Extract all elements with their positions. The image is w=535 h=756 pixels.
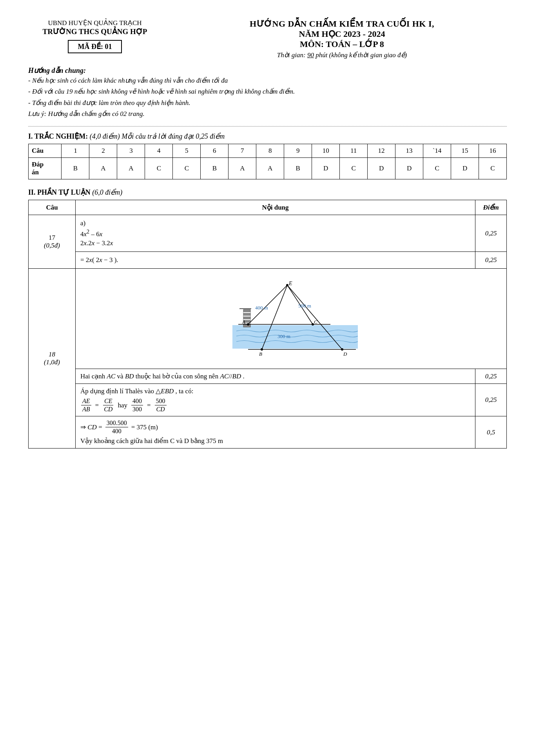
tn-ans-11: C bbox=[340, 158, 368, 179]
tn-header-row: Câu 1 2 3 4 5 6 7 8 9 10 11 12 13 `14 15… bbox=[29, 144, 507, 158]
tn-ans-4: C bbox=[145, 158, 173, 179]
tn-header-1: 1 bbox=[62, 144, 89, 158]
tl-section-title: II. PHẦN TỰ LUẬN (6,0 điểm) bbox=[28, 188, 507, 197]
tu-luan-table: Câu Nội dung Điểm 17 (0,5đ) a) 4x2 – 6x … bbox=[28, 200, 507, 449]
tn-section-title: I. TRẮC NGHIỆM: (4,0 điểm) Mỗi câu trả l… bbox=[28, 132, 507, 141]
frac-CE-CD: CE CD bbox=[103, 398, 114, 413]
tn-header-11: 11 bbox=[340, 144, 368, 158]
cau-17-diem: (0,5đ) bbox=[33, 242, 71, 250]
label-D: D bbox=[343, 351, 347, 357]
time-value: 90 bbox=[307, 51, 314, 59]
tn-ans-9: B bbox=[284, 158, 312, 179]
tn-ans-8: A bbox=[256, 158, 284, 179]
frac-AE-AB: AE AB bbox=[81, 398, 91, 413]
tn-header-6: 6 bbox=[201, 144, 229, 158]
cd-result-line: ⇒ CD = 300.500 400 = 375 (m) bbox=[80, 420, 470, 435]
cau-18-diagram-cell: E A C B D bbox=[76, 269, 507, 369]
label-E: E bbox=[288, 280, 292, 286]
tl-row-18-acbd: Hai cạnh AC và BD thuộc hai bờ của con s… bbox=[29, 369, 507, 384]
tl-col-cau: Câu bbox=[29, 200, 76, 215]
tn-dap-an-label: Đápán bbox=[29, 158, 62, 179]
thales-intro: Áp dụng định lí Thalès vào △EBD , ta có: bbox=[80, 387, 470, 395]
tl-col-noidung: Nội dung bbox=[76, 200, 475, 215]
cau-18-content-acbd: Hai cạnh AC và BD thuộc hai bờ của con s… bbox=[76, 369, 475, 384]
tn-header-12: 12 bbox=[368, 144, 395, 158]
cau-17-line-a: a) bbox=[80, 219, 470, 227]
cau-17-line-expr: 4x2 – 6x bbox=[80, 228, 470, 238]
frac-500-cd: 500 CD bbox=[155, 398, 167, 413]
tn-header-14: `14 bbox=[423, 144, 451, 158]
time-note: Thời gian: 90 phút (không kể thời gian g… bbox=[177, 51, 507, 59]
cau-17-diem-2: 0,25 bbox=[475, 252, 507, 269]
title-line1: HƯỚNG DẪN CHẤM KIỂM TRA CUỐI HK I, bbox=[177, 19, 507, 29]
tn-header-15: 15 bbox=[451, 144, 479, 158]
thales-formula: AE AB = CE CD hay 400 300 = 500 bbox=[80, 398, 470, 413]
tn-ans-10: D bbox=[312, 158, 340, 179]
tn-ans-1: B bbox=[62, 158, 89, 179]
tn-ans-12: D bbox=[368, 158, 395, 179]
exam-title: HƯỚNG DẪN CHẤM KIỂM TRA CUỐI HK I, NĂM H… bbox=[161, 19, 507, 59]
tn-header-3: 3 bbox=[117, 144, 145, 158]
tl-row-17-b: = 2x( 2x − 3 ). 0,25 bbox=[29, 252, 507, 269]
school-name: TRƯỜNG THCS QUẢNG HỢP bbox=[28, 27, 161, 36]
school-info: UBND HUYỆN QUẢNG TRẠCH TRƯỜNG THCS QUẢNG… bbox=[28, 19, 161, 53]
tn-ans-7: A bbox=[229, 158, 256, 179]
tl-header-row: Câu Nội dung Điểm bbox=[29, 200, 507, 215]
diagram-container: E A C B D bbox=[80, 274, 502, 362]
cau-18-content-result: ⇒ CD = 300.500 400 = 375 (m) Vậy khoảng … bbox=[76, 416, 475, 449]
arrow-symbol: ⇒ CD = bbox=[80, 423, 102, 431]
huong-dan-section: Hướng dẫn chung: - Nếu học sinh có cách … bbox=[28, 66, 507, 119]
tn-header-10: 10 bbox=[312, 144, 340, 158]
tn-header-5: 5 bbox=[173, 144, 201, 158]
cau-18-diem-acbd: 0,25 bbox=[475, 369, 507, 384]
cau-17-content-1: a) 4x2 – 6x 2x.2x − 3.2x bbox=[76, 215, 475, 252]
cau-18-label: 18 (1,0đ) bbox=[29, 269, 76, 449]
ma-de-box: MÃ ĐỀ: 01 bbox=[68, 40, 122, 53]
hd-line-3: - Tổng điểm bài thi được làm tròn theo q… bbox=[28, 98, 507, 108]
cau-18-content-thales: Áp dụng định lí Thalès vào △EBD , ta có:… bbox=[76, 384, 475, 416]
page-header: UBND HUYỆN QUẢNG TRẠCH TRƯỜNG THCS QUẢNG… bbox=[28, 19, 507, 59]
hd-title: Hướng dẫn chung: bbox=[28, 66, 507, 75]
tn-ans-3: A bbox=[117, 158, 145, 179]
label-300m: 300 m bbox=[277, 333, 290, 339]
cau-18-num: 18 bbox=[33, 351, 71, 358]
tn-title-bold: I. TRẮC NGHIỆM: bbox=[28, 132, 88, 140]
tl-row-18-diagram: 18 (1,0đ) bbox=[29, 269, 507, 369]
tn-header-9: 9 bbox=[284, 144, 312, 158]
equals-sign: = bbox=[95, 402, 99, 409]
tn-header-16: 16 bbox=[479, 144, 507, 158]
tn-ans-14: C bbox=[423, 158, 451, 179]
tl-row-18-thales: Áp dụng định lí Thalès vào △EBD , ta có:… bbox=[29, 384, 507, 416]
tl-row-17-a: 17 (0,5đ) a) 4x2 – 6x 2x.2x − 3.2x 0,25 bbox=[29, 215, 507, 252]
tl-col-diem: Điểm bbox=[475, 200, 507, 215]
tn-header-4: 4 bbox=[145, 144, 173, 158]
equals-375: = 375 (m) bbox=[131, 423, 158, 431]
cau-17-result: = 2x( 2x − 3 ). bbox=[80, 256, 470, 264]
cau-18-diem-thales: 0,25 bbox=[475, 384, 507, 416]
tn-col-cau: Câu bbox=[29, 144, 62, 158]
hay-text: hay bbox=[118, 402, 127, 409]
tn-ans-2: A bbox=[89, 158, 117, 179]
cau-17-content-2: = 2x( 2x − 3 ). bbox=[76, 252, 475, 269]
label-B: B bbox=[259, 351, 262, 357]
tl-title-note: (6,0 điểm) bbox=[92, 188, 122, 196]
cau-17-diem-1: 0,25 bbox=[475, 215, 507, 252]
tn-ans-16: C bbox=[479, 158, 507, 179]
cau-18-diem: (1,0đ) bbox=[33, 358, 71, 366]
title-line3: MÔN: TOÁN – LỚP 8 bbox=[177, 39, 507, 49]
tn-ans-13: D bbox=[395, 158, 423, 179]
org-name: UBND HUYỆN QUẢNG TRẠCH bbox=[28, 19, 161, 27]
hd-line-2: - Đối với câu 19 nếu học sinh không vẽ h… bbox=[28, 87, 507, 97]
equals-sign-2: = bbox=[147, 402, 151, 409]
frac-400-300: 400 300 bbox=[131, 398, 143, 413]
tn-header-2: 2 bbox=[89, 144, 117, 158]
tn-ans-5: C bbox=[173, 158, 201, 179]
cau-17-line-step: 2x.2x − 3.2x bbox=[80, 239, 470, 247]
label-A: A bbox=[242, 319, 245, 325]
label-400m: 400 m bbox=[255, 305, 268, 311]
tn-header-7: 7 bbox=[229, 144, 256, 158]
trac-nghiem-table: Câu 1 2 3 4 5 6 7 8 9 10 11 12 13 `14 15… bbox=[28, 144, 507, 179]
tl-row-18-result: ⇒ CD = 300.500 400 = 375 (m) Vậy khoảng … bbox=[29, 416, 507, 449]
cd-conclusion: Vậy khoảng cách giữa hai điểm C và D bằn… bbox=[80, 437, 470, 445]
cau-17-label: 17 (0,5đ) bbox=[29, 215, 76, 269]
